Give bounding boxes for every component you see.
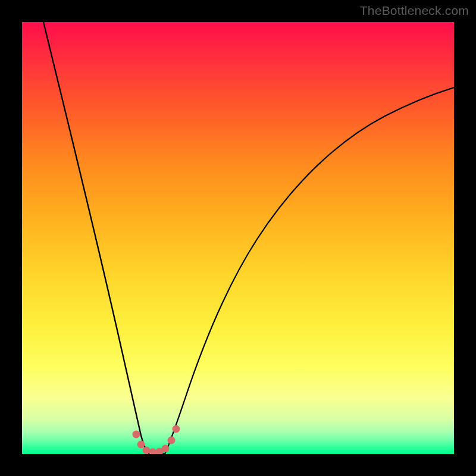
marker-dot: [173, 425, 180, 433]
marker-dot: [137, 441, 145, 449]
marker-dot: [143, 447, 151, 455]
marker-dot: [168, 437, 176, 444]
chart-frame: TheBottleneck.com: [0, 0, 476, 476]
marker-dot: [133, 431, 140, 439]
plot-area: [22, 22, 454, 454]
curve-right-branch: [165, 87, 454, 454]
curve-layer: [22, 22, 454, 454]
marker-dot: [162, 445, 170, 453]
curve-left-branch: [43, 22, 149, 454]
watermark-text: TheBottleneck.com: [360, 4, 469, 18]
